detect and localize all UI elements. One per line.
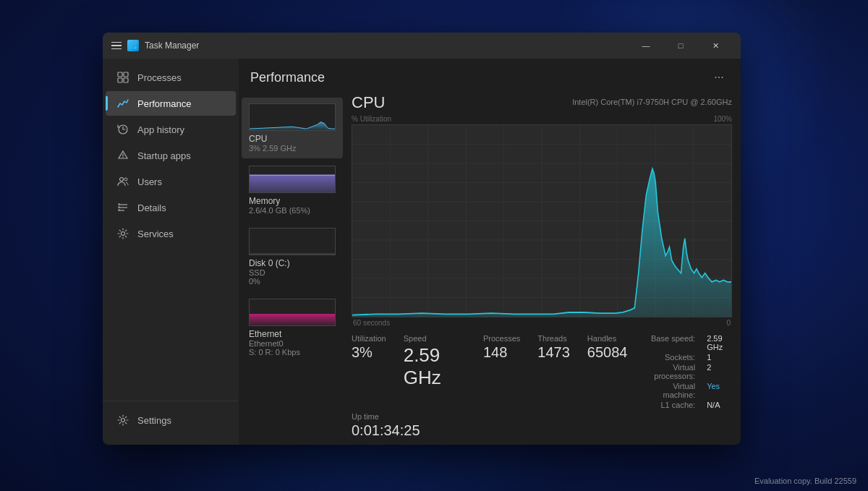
time-end: 0 xyxy=(726,319,731,327)
memory-device-name: Memory xyxy=(249,196,336,206)
svg-point-9 xyxy=(120,178,124,182)
utilization-label: % Utilization xyxy=(352,115,391,123)
sidebar: Processes Performance xyxy=(103,59,239,445)
chart-labels: % Utilization 100% xyxy=(352,115,732,123)
sidebar-item-users[interactable]: Users xyxy=(106,169,236,194)
details-label: Details xyxy=(137,202,166,213)
settings-icon xyxy=(117,414,129,426)
processes-stat-label: Processes xyxy=(483,334,520,343)
speed-stat-label: Speed xyxy=(404,334,466,343)
device-item-memory[interactable]: Memory 2.6/4.0 GB (65%) xyxy=(242,160,343,221)
sockets-label: Sockets: xyxy=(644,353,695,362)
svg-rect-1 xyxy=(134,42,137,45)
processes-icon xyxy=(117,72,129,83)
stats-row: Utilization 3% Speed 2.59 GHz Processes … xyxy=(352,327,732,412)
disk-mini-chart xyxy=(249,228,336,255)
settings-label: Settings xyxy=(137,415,171,426)
svg-rect-23 xyxy=(250,315,335,325)
taskmanager-icon xyxy=(127,40,139,51)
sidebar-item-processes[interactable]: Processes xyxy=(106,65,236,90)
svg-rect-3 xyxy=(134,46,137,49)
users-label: Users xyxy=(137,176,162,187)
device-list: CPU 3% 2.59 GHz xyxy=(239,93,346,445)
maximize-button[interactable]: □ xyxy=(664,34,697,57)
time-start: 60 seconds xyxy=(353,319,390,327)
startup-apps-icon xyxy=(117,150,129,161)
svg-rect-0 xyxy=(129,42,132,45)
perf-content: CPU 3% 2.59 GHz xyxy=(239,93,741,445)
svg-rect-7 xyxy=(124,78,128,82)
l1-cache-value: N/A xyxy=(707,401,732,409)
cpu-chart-container xyxy=(352,124,732,317)
svg-rect-4 xyxy=(118,72,122,77)
users-icon xyxy=(117,176,129,187)
handles-stat-label: Handles xyxy=(587,334,628,343)
sidebar-item-settings[interactable]: Settings xyxy=(106,408,236,432)
utilization-stat-value: 3% xyxy=(352,344,386,361)
sidebar-item-services[interactable]: Services xyxy=(106,221,236,246)
svg-rect-14 xyxy=(118,203,120,205)
panel-title: Performance xyxy=(250,70,325,85)
device-item-ethernet[interactable]: Ethernet Ethernet0 S: 0 R: 0 Kbps xyxy=(242,293,343,362)
sidebar-bottom: Settings xyxy=(103,401,239,439)
processes-label: Processes xyxy=(137,72,182,83)
minimize-button[interactable]: — xyxy=(629,34,663,57)
disk-device-sub2: SSD xyxy=(249,268,336,277)
svg-rect-15 xyxy=(118,206,120,208)
performance-icon xyxy=(117,98,129,109)
svg-point-10 xyxy=(124,178,127,181)
virtual-processors-label: Virtual processors: xyxy=(644,363,695,380)
taskmanager-window: Task Manager — □ ✕ Processes xyxy=(103,33,741,445)
disk-device-sub: 0% xyxy=(249,277,336,286)
chart-area: CPU Intel(R) Core(TM) i7-9750H CPU @ 2.6… xyxy=(346,93,741,445)
threads-stat-value: 1473 xyxy=(537,344,570,361)
threads-stat-label: Threads xyxy=(537,334,570,343)
utilization-max: 100% xyxy=(713,115,732,123)
sidebar-item-startup-apps[interactable]: Startup apps xyxy=(106,143,236,168)
svg-rect-16 xyxy=(118,209,120,211)
sidebar-item-app-history[interactable]: App history xyxy=(106,117,236,142)
cpu-specs: Base speed: 2.59 GHz Sockets: 1 Virtual … xyxy=(644,334,732,409)
memory-mini-chart xyxy=(249,166,336,193)
sidebar-item-details[interactable]: Details xyxy=(106,195,236,220)
uptime-label: Up time xyxy=(352,412,732,421)
cpu-device-name: CPU xyxy=(249,134,336,144)
device-item-cpu[interactable]: CPU 3% 2.59 GHz xyxy=(242,98,343,158)
cpu-device-sub: 3% 2.59 GHz xyxy=(249,144,336,153)
svg-rect-2 xyxy=(129,46,132,49)
svg-rect-20 xyxy=(250,175,335,192)
cpu-mini-chart xyxy=(249,103,336,131)
svg-point-17 xyxy=(122,232,125,236)
startup-apps-label: Startup apps xyxy=(137,150,191,161)
base-speed-label: Base speed: xyxy=(644,334,695,351)
disk-device-name: Disk 0 (C:) xyxy=(249,258,336,268)
close-button[interactable]: ✕ xyxy=(699,34,732,57)
ethernet-mini-chart xyxy=(249,299,336,326)
main-content: Processes Performance xyxy=(103,59,741,445)
title-controls: — □ ✕ xyxy=(629,34,732,57)
speed-stat: Speed 2.59 GHz xyxy=(404,334,466,409)
base-speed-value: 2.59 GHz xyxy=(707,334,732,351)
services-icon xyxy=(117,228,129,239)
sockets-value: 1 xyxy=(707,353,732,362)
cpu-processor: Intel(R) Core(TM) i7-9750H CPU @ 2.60GHz xyxy=(572,98,732,106)
performance-label: Performance xyxy=(137,98,191,109)
handles-stat-value: 65084 xyxy=(587,344,628,361)
eval-text: Evaluation copy. Build 22559 xyxy=(754,477,856,485)
threads-stat: Threads 1473 xyxy=(537,334,570,409)
virtual-processors-value: 2 xyxy=(707,363,732,380)
processes-stat: Processes 148 xyxy=(483,334,520,409)
uptime-value: 0:01:34:25 xyxy=(352,422,732,439)
l1-cache-label: L1 cache: xyxy=(644,401,695,409)
more-button[interactable]: ··· xyxy=(709,67,729,87)
virtual-machine-value: Yes xyxy=(707,382,732,399)
hamburger-icon[interactable] xyxy=(111,42,122,50)
app-history-label: App history xyxy=(137,124,184,135)
chart-header: CPU Intel(R) Core(TM) i7-9750H CPU @ 2.6… xyxy=(352,93,732,112)
uptime-section: Up time 0:01:34:25 xyxy=(352,412,732,445)
sidebar-item-performance[interactable]: Performance xyxy=(106,91,236,116)
device-item-disk[interactable]: Disk 0 (C:) SSD 0% xyxy=(242,222,343,291)
ethernet-device-sub2: Ethernet0 xyxy=(249,339,336,348)
services-label: Services xyxy=(137,229,174,239)
utilization-stat-label: Utilization xyxy=(352,334,386,343)
